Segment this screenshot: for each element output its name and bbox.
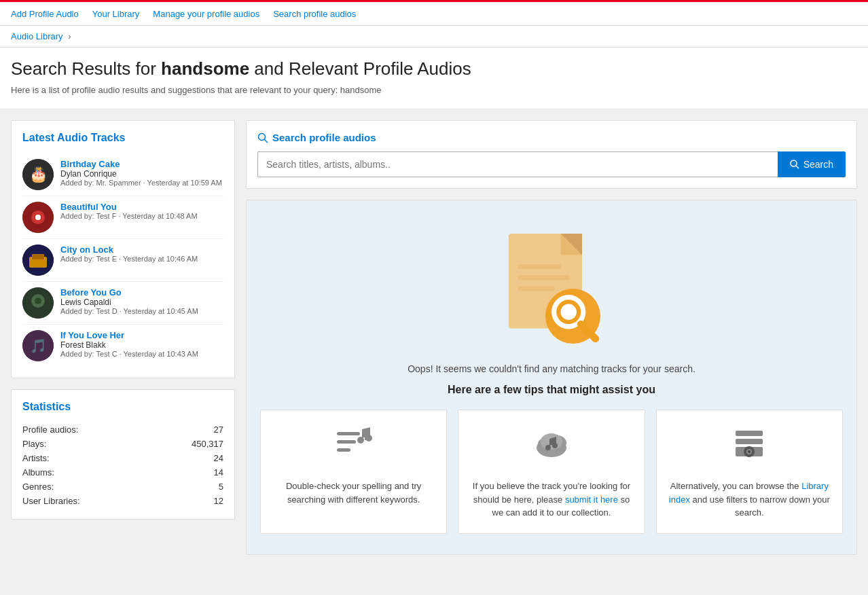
tip-text-2: Alternatively, you can browse the Librar… (668, 480, 831, 520)
stat-value-0: 27 (151, 422, 223, 437)
latest-tracks-card: Latest Audio Tracks 🎂 Birthday Cake Dyla… (11, 120, 235, 378)
svg-text:🎂: 🎂 (29, 165, 48, 183)
track-title-0[interactable]: Birthday Cake (60, 159, 223, 169)
tips-heading: Here are a few tips that might assist yo… (448, 384, 655, 396)
sidebar: Latest Audio Tracks 🎂 Birthday Cake Dyla… (11, 120, 235, 585)
top-nav: Add Profile Audio Your Library Manage yo… (0, 0, 868, 26)
track-title-1[interactable]: Beautiful You (60, 202, 223, 212)
track-item-1[interactable]: Beautiful You Added by: Test F · Yesterd… (22, 196, 223, 239)
track-avatar-4: 🎵 (22, 330, 54, 361)
track-item-0[interactable]: 🎂 Birthday Cake Dylan Conrique Added by:… (22, 154, 223, 196)
svg-rect-28 (337, 432, 360, 435)
search-card: Search profile audios Search (246, 120, 857, 189)
track-title-3[interactable]: Before You Go (60, 287, 223, 298)
track-item-4[interactable]: 🎵 If You Love Her Forest Blakk Added by:… (22, 325, 223, 367)
track-title-4[interactable]: If You Love Her (60, 330, 223, 340)
svg-rect-29 (337, 440, 356, 444)
track-meta-2: Added by: Test E · Yesterday at 10:46 AM (60, 255, 223, 263)
track-title-2[interactable]: City on Lock (60, 245, 223, 255)
svg-line-14 (265, 139, 268, 143)
tip-card-0: Double-check your spelling and try searc… (260, 410, 447, 534)
no-results-oops-text: Oops! It seems we couldn't find any matc… (408, 363, 695, 374)
breadcrumb: Audio Library › (0, 26, 868, 48)
track-meta-0: Added by: Mr. Spammer · Yesterday at 10:… (60, 179, 223, 187)
tip-icon-2 (729, 424, 770, 470)
track-avatar-0: 🎂 (22, 159, 54, 190)
main-layout: Latest Audio Tracks 🎂 Birthday Cake Dyla… (0, 109, 868, 595)
page-subtitle: Here is a list of profile audio results … (11, 85, 857, 95)
page-title: Search Results for handsome and Relevant… (11, 58, 857, 79)
track-meta-1: Added by: Test F · Yesterday at 10:48 AM (60, 212, 223, 220)
no-results-illustration (484, 228, 619, 350)
track-info-1: Beautiful You Added by: Test F · Yesterd… (60, 202, 223, 220)
title-prefix: Search Results for (11, 58, 161, 79)
search-icon (257, 132, 268, 143)
page-header: Search Results for handsome and Relevant… (0, 48, 868, 109)
breadcrumb-audio-library[interactable]: Audio Library (11, 31, 63, 41)
stat-label-2: Artists: (22, 451, 151, 465)
breadcrumb-chevron: › (68, 31, 71, 41)
tip-icon-1 (531, 424, 572, 470)
track-info-0: Birthday Cake Dylan Conrique Added by: M… (60, 159, 223, 187)
search-row: Search (257, 151, 846, 177)
stat-value-4: 5 (151, 480, 223, 494)
search-heading-text: Search profile audios (272, 132, 376, 143)
svg-rect-22 (518, 286, 555, 291)
svg-point-38 (545, 445, 551, 450)
track-meta-4: Added by: Test C · Yesterday at 10:43 AM (60, 350, 223, 358)
submit-it-here-link[interactable]: submit it here (565, 494, 618, 505)
stat-row-1: Plays: 450,317 (22, 437, 223, 451)
track-info-3: Before You Go Lewis Capaldi Added by: Te… (60, 287, 223, 315)
nav-add-profile-audio[interactable]: Add Profile Audio (11, 9, 79, 19)
track-artist-4: Forest Blakk (60, 340, 223, 350)
svg-point-45 (748, 450, 751, 453)
search-input[interactable] (257, 151, 778, 177)
stat-row-5: User Libraries: 12 (22, 494, 223, 508)
svg-rect-20 (518, 264, 561, 269)
svg-rect-7 (32, 254, 44, 259)
nav-your-library[interactable]: Your Library (92, 9, 140, 19)
statistics-card: Statistics Profile audios: 27 Plays: 450… (11, 389, 235, 520)
svg-point-4 (35, 215, 41, 220)
svg-point-39 (552, 443, 558, 448)
svg-line-16 (796, 166, 799, 168)
svg-point-31 (357, 437, 364, 444)
tip-text-1: If you believe the track you're looking … (469, 480, 633, 520)
tips-row: Double-check your spelling and try searc… (260, 410, 843, 534)
search-button[interactable]: Search (778, 151, 846, 177)
stats-table: Profile audios: 27 Plays: 450,317 Artist… (22, 422, 223, 508)
stat-label-5: User Libraries: (22, 494, 151, 508)
title-suffix: and Relevant Profile Audios (249, 58, 471, 79)
stat-label-0: Profile audios: (22, 422, 151, 437)
title-query: handsome (161, 58, 249, 79)
svg-rect-40 (736, 431, 763, 436)
track-item-3[interactable]: Before You Go Lewis Capaldi Added by: Te… (22, 282, 223, 325)
latest-tracks-heading: Latest Audio Tracks (22, 132, 223, 144)
svg-point-13 (259, 133, 266, 140)
statistics-heading: Statistics (22, 401, 223, 413)
stat-value-3: 14 (151, 465, 223, 480)
content-area: Search profile audios Search (246, 120, 857, 585)
tip-card-2: Alternatively, you can browse the Librar… (656, 410, 843, 534)
stat-label-3: Albums: (22, 465, 151, 480)
nav-manage-audios[interactable]: Manage your profile audios (153, 9, 259, 19)
tip-card-1: If you believe the track you're looking … (458, 410, 645, 534)
nav-search-audios[interactable]: Search profile audios (273, 9, 356, 19)
stat-value-2: 24 (151, 451, 223, 465)
stat-label-4: Genres: (22, 480, 151, 494)
track-artist-3: Lewis Capaldi (60, 298, 223, 307)
svg-text:🎵: 🎵 (30, 338, 47, 354)
tip-icon-0 (333, 424, 374, 470)
no-results-card: Oops! It seems we couldn't find any matc… (246, 200, 857, 555)
track-artist-0: Dylan Conrique (60, 169, 223, 179)
stat-row-2: Artists: 24 (22, 451, 223, 465)
svg-rect-33 (365, 429, 367, 440)
tip-text-0: Double-check your spelling and try searc… (272, 480, 435, 506)
search-card-title: Search profile audios (257, 132, 846, 143)
search-btn-label: Search (803, 159, 833, 170)
track-meta-3: Added by: Test D · Yesterday at 10:45 AM (60, 307, 223, 315)
stat-label-1: Plays: (22, 437, 151, 451)
track-item-2[interactable]: City on Lock Added by: Test E · Yesterda… (22, 239, 223, 282)
tip-text-2-before: Alternatively, you can browse the (670, 481, 801, 491)
stat-value-1: 450,317 (151, 437, 223, 451)
